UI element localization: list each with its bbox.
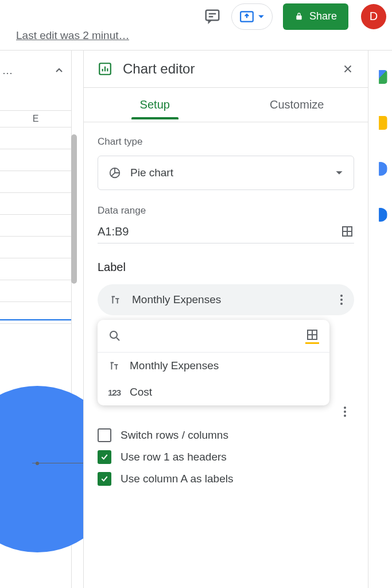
dropdown-option-label: Monthly Expenses — [130, 359, 219, 372]
tab-setup[interactable]: Setup — [84, 88, 226, 122]
data-range-field[interactable]: A1:B9 — [98, 225, 354, 243]
selection-border — [0, 319, 71, 320]
close-icon[interactable] — [341, 63, 354, 75]
grid-rows — [0, 127, 71, 324]
chart-editor-panel: Chart editor Setup Customize Chart type … — [83, 51, 368, 588]
pie-icon — [108, 167, 121, 179]
collapse-icon[interactable] — [52, 63, 67, 78]
chevron-down-icon — [335, 169, 343, 177]
checkbox-label: Switch rows / columns — [121, 429, 228, 442]
checkbox-label: Use column A as labels — [121, 473, 233, 485]
last-edit-link[interactable]: Last edit was 2 minut… — [16, 29, 129, 42]
sheet-area: ⋯ E — [0, 51, 72, 588]
comments-icon[interactable] — [204, 8, 221, 25]
chart-type-label: Chart type — [98, 136, 354, 148]
checkbox-icon — [98, 428, 111, 442]
label-pill[interactable]: Monthly Expenses — [98, 284, 354, 315]
top-bar: Last edit was 2 minut… Share D — [0, 0, 392, 51]
dropdown-option-monthly-expenses[interactable]: Monthly Expenses — [98, 353, 329, 379]
dropdown-option-cost[interactable]: 123 Cost — [98, 379, 329, 405]
chart-type-select[interactable]: Pie chart — [98, 156, 354, 190]
label-dropdown: Monthly Expenses 123 Cost — [98, 320, 329, 405]
dropdown-option-label: Cost — [130, 386, 152, 399]
top-actions: Share D — [204, 3, 386, 30]
checkbox-icon — [98, 472, 111, 486]
more-icon[interactable] — [340, 295, 343, 305]
tasks-icon[interactable] — [374, 162, 387, 176]
calendar-icon[interactable] — [374, 70, 387, 84]
select-range-icon[interactable] — [340, 225, 354, 238]
label-pill-text: Monthly Expenses — [132, 293, 221, 306]
column-header[interactable]: E — [0, 110, 71, 127]
share-label: Share — [309, 10, 337, 22]
svg-rect-0 — [206, 10, 219, 20]
avatar[interactable]: D — [361, 4, 386, 29]
present-button[interactable] — [231, 3, 273, 30]
search-icon[interactable] — [108, 329, 122, 343]
side-panel — [368, 51, 392, 588]
contacts-icon[interactable] — [374, 208, 387, 222]
svg-point-5 — [110, 331, 117, 338]
checkbox-colA-labels[interactable]: Use column A as labels — [98, 472, 354, 486]
chart-line — [32, 463, 90, 463]
label-section-title: Label — [98, 261, 354, 274]
editor-title: Chart editor — [123, 61, 195, 77]
text-icon — [108, 359, 121, 372]
chart-dot — [36, 462, 39, 465]
data-range-value: A1:B9 — [98, 225, 129, 238]
scrollbar[interactable] — [71, 134, 77, 284]
share-button[interactable]: Share — [283, 3, 348, 30]
select-range-icon[interactable] — [305, 328, 319, 344]
editor-tabs: Setup Customize — [84, 88, 368, 122]
checkbox-switch-rows[interactable]: Switch rows / columns — [98, 428, 354, 442]
overflow-more-icon[interactable] — [344, 407, 346, 417]
tab-customize[interactable]: Customize — [226, 88, 368, 122]
data-range-label: Data range — [98, 205, 354, 216]
editor-body: Chart type Pie chart Data range A1:B9 La… — [84, 122, 368, 508]
checkbox-icon — [98, 450, 111, 464]
checkbox-row1-headers[interactable]: Use row 1 as headers — [98, 450, 354, 464]
editor-header: Chart editor — [84, 51, 368, 88]
dropdown-search-row — [98, 320, 329, 353]
chart-type-value: Pie chart — [130, 167, 173, 179]
number-icon: 123 — [108, 388, 121, 397]
checkbox-label: Use row 1 as headers — [121, 451, 227, 463]
text-icon — [109, 293, 122, 306]
keep-icon[interactable] — [374, 116, 387, 130]
